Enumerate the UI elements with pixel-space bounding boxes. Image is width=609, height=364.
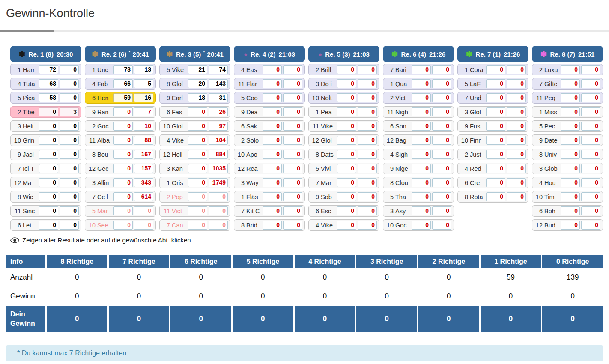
entry-name: Pec (544, 123, 559, 130)
entry-row: 4Eas00 (234, 64, 305, 75)
entry-row: 11Vict00 (159, 205, 230, 217)
entry-row: 11Vike00 (308, 120, 379, 132)
entry-row: 5Pica580 (10, 92, 81, 104)
summary-value-cell: 0 (47, 306, 107, 332)
entry-value-1: 0 (412, 192, 431, 201)
entry-number: 12 (310, 137, 319, 144)
entry-number: 5 (161, 66, 170, 73)
race-column: ✱Re. 2 (6)*20:411Unc73134Fab6656Hen59169… (85, 46, 156, 233)
race-header-button[interactable]: ●Re. 5 (3)21:03 (308, 46, 379, 62)
entry-number: 10 (12, 137, 21, 144)
entry-value-2: 0 (432, 136, 451, 145)
entry-name: Qua (395, 81, 410, 87)
entry-name: Ma (23, 179, 38, 186)
entry-name: Son (395, 123, 410, 130)
entry-value-2: 0 (358, 192, 377, 201)
starburst-icon: ✱ (466, 50, 473, 58)
entry-value-2: 74 (209, 65, 228, 74)
entry-value-1: 0 (486, 192, 505, 201)
entry-value-2: 0 (581, 150, 600, 159)
race-header-button[interactable]: ✱Re. 3 (5)*20:41 (159, 46, 230, 62)
race-header-button[interactable]: ✱Re. 1 (8)20:30 (10, 46, 81, 62)
entry-value-2: 0 (581, 122, 600, 131)
summary-value-cell: 0 (109, 268, 170, 287)
entry-value-2: 88 (134, 136, 153, 145)
entry-name: Ran (97, 109, 112, 116)
entry-row: 1Harr720 (10, 64, 81, 75)
entry-value-2: 0 (283, 93, 302, 102)
entry-row: 8Wic00 (10, 191, 81, 203)
entry-value-1: 0 (113, 206, 133, 215)
entry-number: 6 (87, 95, 96, 101)
entry-value-1: 0 (486, 164, 505, 173)
entry-row: 9Ran07 (85, 106, 156, 118)
entry-value-2: 13 (134, 65, 153, 74)
entry-row: 10Goc00 (383, 219, 454, 231)
entry-row: 3Way00 (234, 177, 305, 188)
entry-row: 4Vike0104 (159, 134, 230, 146)
entry-number: 10 (87, 222, 96, 229)
entry-value-2: 7 (134, 107, 153, 116)
race-header-button[interactable]: ✱Re. 6 (4)21:26 (383, 46, 454, 62)
race-header-button[interactable]: ✱Re. 8 (7)21:51 (532, 46, 603, 62)
entry-name: Tuta (23, 81, 38, 87)
entry-number: 6 (161, 109, 170, 116)
entry-value-1: 0 (188, 107, 207, 116)
entry-row: 5Vivi00 (308, 163, 379, 174)
entry-value-1: 0 (486, 178, 505, 187)
entry-name: Univ (544, 151, 559, 158)
race-header-button[interactable]: ●Re. 4 (2)21:03 (234, 46, 305, 62)
entry-number: 12 (385, 137, 394, 144)
entry-value-2: 0 (358, 150, 377, 159)
entry-row: 7Ce l0614 (85, 191, 156, 203)
race-header-button[interactable]: ✱Re. 7 (1)21:26 (457, 46, 528, 62)
entry-number: 2 (385, 95, 394, 101)
summary-value-cell: 0 (418, 287, 479, 306)
entry-row: 7Can00 (159, 219, 230, 231)
entry-value-1: 0 (412, 221, 431, 230)
entry-number: 11 (310, 123, 319, 130)
entry-value-2: 0 (60, 178, 79, 187)
race-header-button[interactable]: ✱Re. 2 (6)*20:41 (85, 46, 156, 62)
entry-row: 3Do i00 (308, 78, 379, 90)
entry-name: Pica (23, 95, 38, 101)
entry-name: Jacl (23, 151, 38, 158)
entry-number: 12 (161, 151, 170, 158)
entry-row: 3Glol00 (457, 106, 528, 118)
entry-row: 1Miss00 (532, 106, 603, 118)
summary-row-label: Anzahl (6, 268, 45, 287)
entry-value-1: 0 (561, 107, 580, 116)
entry-name: Esc (321, 208, 336, 215)
entry-value-1: 0 (39, 221, 58, 230)
entry-value-2: 0 (432, 122, 451, 131)
entry-value-1: 0 (113, 150, 133, 159)
entry-number: 1 (87, 66, 96, 73)
entry-value-1: 0 (337, 206, 356, 215)
entry-name: Goc (97, 123, 112, 130)
entry-row: 5Vike2174 (159, 64, 230, 75)
starburst-icon: ✱ (19, 50, 26, 58)
show-all-results-link[interactable]: Zeigen aller Resultate oder auf die gewü… (10, 236, 191, 244)
entry-row: 8Rota00 (457, 191, 528, 203)
entry-value-2: 0 (507, 93, 526, 102)
summary-value-cell: 0 (47, 287, 107, 306)
entry-number: 4 (12, 81, 21, 87)
entry-number: 2 (310, 66, 319, 73)
entry-row: 6Boh00 (532, 205, 603, 217)
entry-value-1: 0 (486, 107, 505, 116)
entry-number: 12 (87, 165, 96, 172)
entry-row: 2Vict00 (383, 92, 454, 104)
entry-number: 4 (385, 151, 394, 158)
entry-number: 3 (236, 179, 245, 186)
entry-number: 5 (310, 165, 319, 172)
entry-number: 5 (12, 95, 21, 101)
entry-value-1: 0 (337, 136, 356, 145)
entry-value-1: 0 (337, 150, 356, 159)
entry-row: 1Oris01749 (159, 177, 230, 188)
entry-value-1: 0 (561, 192, 580, 201)
entry-value-1: 0 (486, 79, 505, 88)
entry-number: 7 (12, 165, 21, 172)
race-title: Re. 8 (7) (550, 51, 575, 58)
entry-row: 6Son00 (383, 120, 454, 132)
entry-number: 6 (534, 208, 543, 215)
